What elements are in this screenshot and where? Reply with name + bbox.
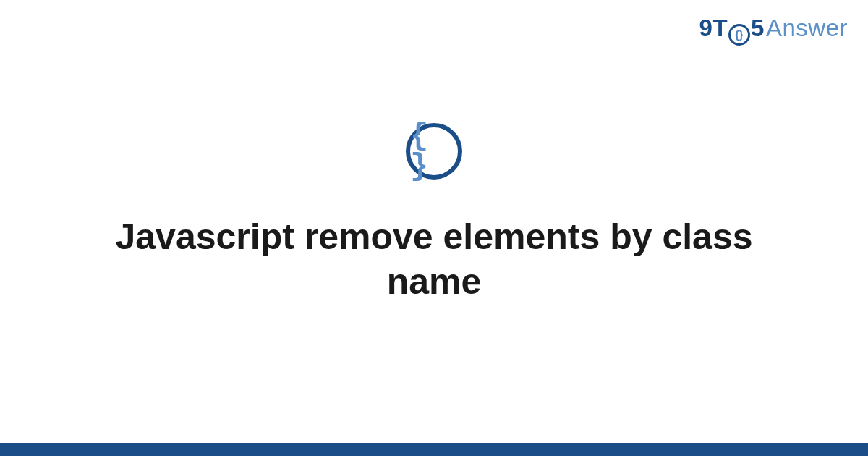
topic-braces-icon: { } xyxy=(406,123,462,180)
main-content: { } Javascript remove elements by class … xyxy=(0,0,868,456)
page-title: Javascript remove elements by class name xyxy=(101,214,767,305)
footer-accent-bar xyxy=(0,443,868,456)
